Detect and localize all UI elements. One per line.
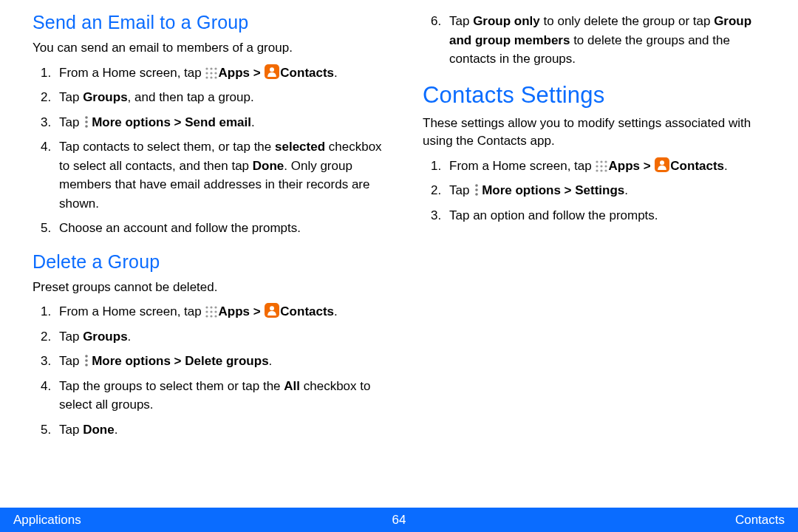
step-text: . bbox=[251, 115, 255, 129]
svg-point-10 bbox=[85, 116, 88, 119]
svg-point-27 bbox=[601, 160, 603, 163]
intro-send-email: You can send an email to members of a gr… bbox=[33, 39, 386, 58]
svg-point-34 bbox=[605, 169, 607, 171]
contacts-label: Contacts bbox=[280, 66, 334, 80]
step-text: . bbox=[128, 330, 132, 344]
svg-point-2 bbox=[215, 67, 217, 69]
step: From a Home screen, tap Apps > Contacts. bbox=[55, 64, 386, 83]
step: Tap Groups, and then tap a group. bbox=[55, 88, 386, 107]
step: From a Home screen, tap Apps > Contacts. bbox=[55, 302, 386, 321]
step: Tap More options > Send email. bbox=[55, 113, 386, 132]
more-options-icon bbox=[474, 183, 481, 197]
svg-point-17 bbox=[211, 311, 213, 313]
step-text: . bbox=[724, 159, 728, 173]
footer-right: Contacts bbox=[735, 513, 785, 528]
step-text: Tap the groups to select them or tap the bbox=[59, 379, 284, 393]
more-options-icon bbox=[83, 115, 91, 129]
svg-point-6 bbox=[206, 76, 208, 78]
svg-point-8 bbox=[215, 76, 217, 78]
svg-point-36 bbox=[475, 184, 478, 187]
apps-icon bbox=[205, 67, 217, 79]
page-footer: Applications 64 Contacts bbox=[0, 508, 798, 532]
step-bold: More options > Settings bbox=[482, 183, 624, 197]
svg-point-31 bbox=[605, 165, 607, 167]
step-text: . bbox=[334, 304, 338, 318]
svg-point-3 bbox=[206, 72, 208, 74]
step-text: Tap bbox=[59, 330, 83, 344]
step-bold: More options > Delete groups bbox=[92, 354, 268, 368]
svg-point-16 bbox=[206, 311, 208, 313]
step-bold: Groups bbox=[83, 330, 127, 344]
apps-icon bbox=[205, 306, 217, 318]
apps-label: Apps > bbox=[218, 304, 264, 318]
svg-point-32 bbox=[596, 169, 598, 171]
steps-contacts-settings: From a Home screen, tap Apps > Contacts.… bbox=[423, 157, 776, 225]
step-text: Tap bbox=[59, 115, 83, 129]
heading-send-email: Send an Email to a Group bbox=[33, 12, 386, 33]
contacts-label: Contacts bbox=[670, 159, 724, 173]
step: Tap the groups to select them or tap the… bbox=[55, 377, 386, 415]
svg-point-1 bbox=[211, 67, 213, 69]
step-text: . bbox=[115, 423, 118, 437]
svg-point-23 bbox=[85, 355, 88, 358]
svg-point-22 bbox=[270, 306, 274, 310]
svg-point-11 bbox=[85, 120, 88, 123]
svg-point-4 bbox=[211, 72, 213, 74]
svg-point-12 bbox=[85, 125, 88, 128]
svg-point-37 bbox=[475, 188, 478, 191]
step-text: . bbox=[334, 66, 338, 80]
svg-point-28 bbox=[605, 160, 607, 163]
step-text: Tap bbox=[59, 90, 83, 104]
step-text: From a Home screen, tap bbox=[449, 159, 595, 173]
step-bold: More options > Send email bbox=[92, 115, 251, 129]
step-text: . bbox=[269, 354, 273, 368]
step-text: From a Home screen, tap bbox=[59, 66, 205, 80]
more-options-icon bbox=[83, 354, 91, 367]
contacts-icon bbox=[655, 157, 669, 172]
svg-point-35 bbox=[660, 160, 664, 165]
svg-point-5 bbox=[215, 72, 217, 74]
step-text: From a Home screen, tap bbox=[59, 304, 205, 318]
svg-point-7 bbox=[211, 76, 213, 78]
svg-point-26 bbox=[596, 160, 598, 163]
contacts-icon bbox=[265, 303, 279, 318]
step: Tap contacts to select them, or tap the … bbox=[55, 137, 386, 213]
svg-point-13 bbox=[206, 307, 208, 309]
step-text: Tap bbox=[449, 183, 473, 197]
step: From a Home screen, tap Apps > Contacts. bbox=[445, 157, 776, 176]
svg-point-15 bbox=[215, 307, 217, 309]
apps-label: Apps > bbox=[608, 159, 654, 173]
svg-point-29 bbox=[596, 165, 598, 167]
svg-point-21 bbox=[215, 316, 217, 318]
step-text: Tap bbox=[449, 14, 473, 28]
svg-point-18 bbox=[215, 311, 217, 313]
heading-delete-group: Delete a Group bbox=[33, 251, 386, 273]
step-bold: Group only bbox=[473, 14, 540, 28]
step: Tap an option and follow the prompts. bbox=[445, 206, 776, 225]
step: Tap Group only to only delete the group … bbox=[445, 12, 776, 69]
step-bold: Done bbox=[253, 159, 284, 173]
contacts-icon bbox=[265, 64, 279, 79]
step: Choose an account and follow the prompts… bbox=[55, 219, 386, 238]
svg-point-9 bbox=[270, 67, 274, 72]
intro-contacts-settings: These settings allow you to modify setti… bbox=[423, 115, 776, 151]
right-column: Tap Group only to only delete the group … bbox=[423, 12, 776, 502]
svg-point-25 bbox=[85, 364, 88, 366]
svg-point-38 bbox=[475, 193, 478, 196]
step-bold: Done bbox=[83, 423, 115, 437]
apps-label: Apps > bbox=[218, 66, 264, 80]
footer-left: Applications bbox=[13, 513, 81, 528]
step-bold: selected bbox=[275, 140, 325, 154]
svg-point-0 bbox=[206, 67, 208, 69]
step: Tap Groups. bbox=[55, 327, 386, 347]
step-text: Tap contacts to select them, or tap the bbox=[59, 140, 275, 154]
step-text: Tap bbox=[59, 354, 83, 368]
step: Tap Done. bbox=[55, 420, 386, 440]
step-text: . bbox=[624, 183, 628, 197]
intro-delete-group: Preset groups cannot be deleted. bbox=[33, 279, 386, 297]
svg-point-20 bbox=[211, 316, 213, 318]
steps-delete-group-cont: Tap Group only to only delete the group … bbox=[423, 12, 776, 69]
step-bold: Groups bbox=[83, 90, 127, 104]
svg-point-30 bbox=[601, 165, 603, 167]
svg-point-33 bbox=[601, 169, 603, 171]
